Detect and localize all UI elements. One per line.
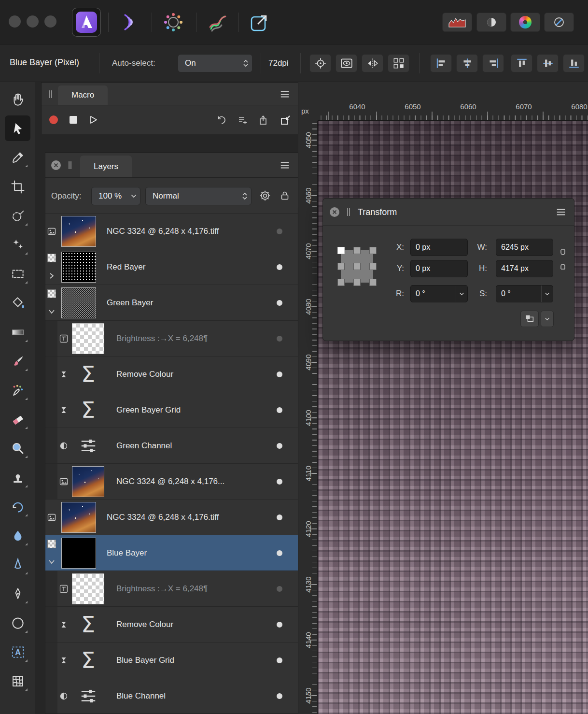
- layer-row[interactable]: NGC 3324 @ 6,248 x 4,176...: [45, 464, 298, 500]
- w-input[interactable]: 6245 px: [496, 239, 553, 256]
- reset-macro-icon[interactable]: [215, 114, 228, 127]
- add-to-library-icon[interactable]: [236, 114, 250, 127]
- close-panel-icon[interactable]: [330, 207, 339, 217]
- layer-row[interactable]: Blue Bayer: [45, 535, 298, 571]
- layer-row[interactable]: Brightness :→X = 6,248¶: [45, 571, 298, 607]
- lock-icon[interactable]: [278, 189, 292, 202]
- clone-stamp-tool[interactable]: [5, 465, 30, 490]
- panel-drag-handle[interactable]: [47, 89, 54, 99]
- layer-row[interactable]: Green Channel: [45, 428, 298, 464]
- layer-row[interactable]: Brightness :→X = 6,248¶: [45, 321, 298, 357]
- panel-menu-icon[interactable]: [279, 88, 291, 100]
- undo-brush-tool[interactable]: [5, 494, 30, 519]
- visibility-toggle[interactable]: [277, 479, 282, 485]
- anchor-point[interactable]: [337, 263, 345, 270]
- panel-menu-icon[interactable]: [555, 206, 567, 218]
- shape-tool[interactable]: [5, 610, 30, 636]
- anchor-point[interactable]: [369, 279, 377, 286]
- align-middle-button[interactable]: [537, 54, 559, 72]
- flood-select-tool[interactable]: [5, 290, 30, 315]
- blend-mode-dropdown[interactable]: Normal: [145, 187, 252, 205]
- layer-row[interactable]: ΣRemove Colour: [45, 357, 298, 392]
- layer-row[interactable]: NGC 3324 @ 6,248 x 4,176.tiff: [45, 500, 298, 535]
- visibility-toggle[interactable]: [277, 371, 282, 377]
- macro-panel-tab[interactable]: Macro: [58, 86, 108, 105]
- transform-options-chevron[interactable]: [541, 311, 554, 327]
- shear-input[interactable]: 0 °: [496, 285, 553, 302]
- visibility-toggle[interactable]: [277, 586, 282, 592]
- align-left-button[interactable]: [430, 54, 452, 72]
- align-center-button[interactable]: [456, 54, 478, 72]
- anchor-point[interactable]: [353, 279, 361, 286]
- transform-origin-button[interactable]: [520, 311, 539, 327]
- crop-tool[interactable]: [5, 174, 30, 200]
- export-macro-icon[interactable]: [257, 114, 271, 127]
- anchor-point[interactable]: [369, 263, 377, 270]
- mask-toggle[interactable]: [476, 13, 506, 32]
- panel-menu-icon[interactable]: [279, 159, 291, 171]
- layer-row[interactable]: ΣRemove Colour: [45, 607, 298, 643]
- anchor-point[interactable]: [353, 263, 361, 270]
- anchor-point[interactable]: [369, 247, 377, 254]
- anchor-point[interactable]: [337, 247, 345, 254]
- visibility-toggle[interactable]: [277, 336, 282, 342]
- layer-row[interactable]: ΣGreen Bayer Grid: [45, 392, 298, 428]
- visibility-toggle[interactable]: [277, 550, 282, 556]
- sharpen-brush-tool[interactable]: [5, 552, 30, 577]
- chevron-right-icon[interactable]: [47, 271, 56, 280]
- blur-brush-tool[interactable]: [5, 523, 30, 548]
- layer-row[interactable]: NGC 3324 @ 6,248 x 4,176.tiff: [45, 214, 298, 249]
- frame-text-tool[interactable]: A: [5, 639, 30, 665]
- blemish-removal-tool[interactable]: [5, 232, 30, 257]
- visibility-toggle[interactable]: [277, 407, 282, 413]
- visibility-toggle[interactable]: [277, 228, 282, 234]
- visibility-toggle[interactable]: [277, 300, 282, 306]
- y-input[interactable]: 0 px: [410, 260, 468, 277]
- layer-row[interactable]: Red Bayer: [45, 249, 298, 285]
- colour-picker-tool[interactable]: [5, 144, 30, 170]
- mesh-warp-tool[interactable]: [5, 668, 30, 694]
- layer-row[interactable]: Green Bayer: [45, 285, 298, 321]
- quick-mask-toggle[interactable]: [544, 13, 574, 32]
- align-bottom-button[interactable]: [563, 54, 585, 72]
- macro-stop-button[interactable]: [70, 116, 77, 124]
- macro-play-button[interactable]: [88, 115, 98, 125]
- pixel-brush-tool[interactable]: [5, 377, 30, 403]
- pen-tool[interactable]: [5, 581, 30, 606]
- gradient-tool[interactable]: [5, 319, 30, 345]
- move-tool[interactable]: [5, 115, 30, 141]
- canvas-area[interactable]: 60406050606060706080 4050406040704080409…: [298, 82, 588, 714]
- anchor-point[interactable]: [337, 279, 345, 286]
- erase-brush-tool[interactable]: [5, 406, 30, 432]
- anchor-point[interactable]: [353, 247, 361, 254]
- visibility-toggle[interactable]: [277, 514, 282, 520]
- histogram-toggle[interactable]: [442, 13, 472, 32]
- dodge-brush-tool[interactable]: [5, 435, 30, 461]
- gear-icon[interactable]: [258, 189, 272, 202]
- view-tool[interactable]: [5, 86, 30, 112]
- import-macro-icon[interactable]: [279, 114, 292, 127]
- visibility-toggle[interactable]: [277, 622, 282, 628]
- chevron-down-icon[interactable]: [456, 286, 467, 302]
- paint-brush-tool[interactable]: [5, 348, 30, 374]
- visibility-toggle[interactable]: [277, 264, 282, 270]
- layer-row[interactable]: Blue Channel: [45, 678, 298, 714]
- anchor-selector[interactable]: [337, 247, 377, 286]
- close-panel-icon[interactable]: [51, 160, 61, 170]
- align-top-button[interactable]: [511, 54, 532, 72]
- chevron-down-icon[interactable]: [47, 307, 56, 316]
- h-input[interactable]: 4174 px: [496, 260, 553, 277]
- rotation-input[interactable]: 0 °: [410, 285, 468, 302]
- align-right-button[interactable]: [482, 54, 504, 72]
- chevron-down-icon[interactable]: [541, 286, 553, 302]
- visibility-toggle[interactable]: [277, 693, 282, 699]
- color-wheel-toggle[interactable]: [510, 13, 540, 32]
- opacity-dropdown[interactable]: 100 %: [91, 187, 140, 205]
- x-input[interactable]: 0 px: [410, 239, 468, 256]
- marquee-tool[interactable]: [5, 261, 30, 286]
- layer-row[interactable]: ΣBlue Bayer Grid: [45, 643, 298, 678]
- panel-drag-handle[interactable]: [345, 207, 352, 217]
- visibility-toggle[interactable]: [277, 657, 282, 663]
- chevron-down-icon[interactable]: [47, 557, 56, 566]
- panel-drag-handle[interactable]: [67, 160, 73, 170]
